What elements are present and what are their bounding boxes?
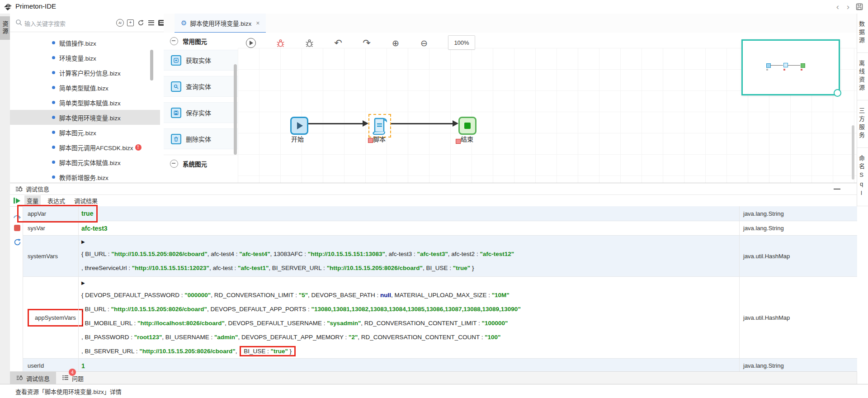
debug-tab[interactable]: 调试结果 — [72, 195, 100, 206]
tree-scrollbar[interactable] — [150, 50, 153, 81]
redo-icon[interactable]: ↷ — [361, 37, 373, 49]
right-strip-item[interactable]: 数据源 — [857, 14, 868, 53]
app-title: Primeton-IDE — [15, 2, 56, 10]
debug-tab[interactable]: 变量 — [24, 195, 41, 206]
palette-section-system[interactable]: 系统图元 — [164, 155, 238, 172]
variable-row[interactable]: appSystemVars▶{ DEVOPS_DEFAULT_PASSWORD … — [23, 277, 857, 359]
zoom-in-icon[interactable]: ⊕ — [390, 37, 401, 49]
end-node[interactable] — [458, 117, 476, 135]
tree-item[interactable]: 脚本图元实体赋值.bizx — [10, 155, 160, 170]
start-node-label: 开始 — [291, 134, 304, 143]
variable-value-line: { DEVOPS_DEFAULT_PASSWORD : "000000", RD… — [81, 288, 739, 302]
breakpoint-marker[interactable] — [368, 138, 373, 143]
minimize-icon[interactable] — [834, 189, 840, 190]
debug-panel-title: 调试信息 — [26, 185, 49, 193]
variables-table: appVartruejava.lang.StringsysVarafc-test… — [23, 206, 857, 371]
right-strip-item[interactable]: 三方服务 — [857, 100, 868, 148]
resources-strip-tab[interactable]: 资源 — [0, 16, 10, 40]
bottom-tab-debug-info[interactable]: 调试信息 — [10, 372, 56, 385]
canvas-scrollbar[interactable] — [852, 125, 854, 180]
stop-icon[interactable] — [14, 225, 20, 231]
file-bullet-icon — [52, 86, 55, 89]
tree-item[interactable]: 教师新增服务.bizx — [10, 170, 160, 183]
palette-item[interactable]: 保存实体 — [164, 102, 238, 123]
start-node[interactable] — [290, 117, 308, 135]
variable-value-line: , threeServiceUrl : "http://10.15.15.151… — [81, 261, 739, 275]
edge-arrowhead — [453, 120, 458, 127]
status-text: 查看资源「脚本使用环境变量.bizx」详情 — [15, 387, 122, 396]
nav-forward-icon[interactable]: › — [844, 2, 853, 12]
expander-icon[interactable]: ▶ — [81, 237, 739, 247]
variable-row[interactable]: userId1java.lang.String — [23, 359, 857, 371]
palette-item[interactable]: 获取实体 — [164, 50, 238, 71]
tree-item[interactable]: 简单类型脚本赋值.bizx — [10, 95, 160, 110]
edge-script-end — [391, 123, 454, 124]
palette-item[interactable]: 查询实体 — [164, 76, 238, 97]
resource-tree: 赋值操作.bizx环境变量.bizx计算客户积分信息.bizx简单类型赋值.bi… — [10, 32, 160, 183]
zoom-level-display[interactable]: 100% — [448, 35, 475, 50]
expander-icon[interactable]: ▶ — [81, 278, 739, 288]
resume-icon[interactable] — [14, 197, 21, 204]
tab-close-icon[interactable]: × — [256, 19, 259, 27]
variable-value: true — [81, 210, 93, 217]
annotation-box-biuse: BI_USE : "true" } — [240, 346, 296, 356]
palette-item[interactable]: 删除实体 — [164, 128, 238, 149]
variable-row[interactable]: appVartruejava.lang.String — [23, 206, 857, 221]
right-strip-item[interactable]: 离线资源 — [857, 53, 868, 100]
tree-item-label: 脚本使用环境变量.bizx — [59, 113, 121, 122]
flow-canvas[interactable]: ↶ ↷ ⊕ ⊖ 100% 开始 脚本 结束 — [238, 33, 857, 183]
variable-value-line: , BI_MOBILE_URL : "http://localhost:8026… — [81, 316, 739, 330]
tree-item[interactable]: 脚本使用环境变量.bizx — [10, 110, 160, 125]
variable-type: java.util.HashMap — [743, 253, 790, 260]
tree-item[interactable] — [10, 32, 160, 35]
debug-panel: 调试信息 变量表达式调试结果 appVartruejava.lang.Strin… — [10, 183, 857, 384]
tree-item[interactable]: 环境变量.bizx — [10, 50, 160, 65]
script-icon — [372, 116, 388, 135]
tree-item[interactable]: 赋值操作.bizx — [10, 35, 160, 50]
minimap-edge — [770, 65, 783, 66]
palette-item-label: 查询实体 — [186, 82, 211, 91]
variable-row[interactable]: systemVars▶{ BI_URL : "http://10.15.15.2… — [23, 236, 857, 277]
bug-icon[interactable] — [303, 37, 315, 49]
refresh-icon[interactable] — [137, 19, 145, 27]
new-resource-icon[interactable]: + — [126, 19, 135, 27]
zoom-out-icon[interactable]: ⊖ — [418, 37, 430, 49]
tree-item-label: 简单类型赋值.bizx — [59, 83, 108, 92]
bottom-tab-problems[interactable]: 问题4 — [56, 372, 90, 385]
collapse-icon[interactable] — [170, 160, 178, 168]
debug-tab[interactable]: 表达式 — [45, 195, 67, 206]
tab-script-env-vars[interactable]: ⚙ 脚本使用环境变量.bizx × — [175, 14, 266, 33]
file-bullet-icon — [52, 175, 55, 179]
minimap[interactable] — [741, 39, 840, 95]
minimap-breakpoint-mark — [783, 69, 785, 71]
nav-back-icon[interactable]: ‹ — [833, 2, 842, 12]
palette-scrollbar[interactable] — [234, 64, 237, 155]
save-icon[interactable] — [856, 3, 863, 10]
search-input[interactable]: 输入关键字搜索 — [24, 19, 66, 28]
variable-row[interactable]: sysVarafc-test3java.lang.String — [23, 221, 857, 236]
tree-item[interactable]: 计算客户积分信息.bizx — [10, 65, 160, 80]
sort-list-icon[interactable] — [147, 19, 156, 27]
app-logo-icon — [4, 2, 13, 11]
palette-section-common[interactable]: 常用图元 — [164, 33, 238, 50]
tree-item[interactable]: 脚本图元.bizx — [10, 125, 160, 140]
undo-icon[interactable]: ↶ — [332, 37, 344, 49]
right-strip-item[interactable]: 命名Sql — [857, 148, 868, 206]
save-entity-icon — [171, 108, 181, 118]
tree-item[interactable]: 脚本图元调用AFCSDK.bizx! — [10, 140, 160, 155]
minimap-resize-handle[interactable] — [834, 89, 841, 97]
debug-run-icon[interactable] — [245, 37, 257, 49]
tree-item[interactable]: 简单类型赋值.bizx — [10, 80, 160, 95]
search-bar[interactable]: 输入关键字搜索 AI + — [10, 14, 164, 32]
minimap-label-mark — [766, 69, 768, 71]
rerun-icon[interactable] — [13, 237, 22, 246]
collapse-icon[interactable] — [170, 37, 178, 45]
ai-assist-icon[interactable]: AI — [116, 19, 124, 27]
delete-entity-icon — [171, 134, 181, 144]
breakpoint-marker[interactable] — [456, 139, 461, 144]
tree-item-label: 环境变量.bizx — [59, 53, 96, 62]
bug-active-icon[interactable] — [274, 37, 286, 49]
bottom-tab-label: 调试信息 — [26, 374, 50, 383]
variable-value-line: , BI_URL : "http://10.15.15.205:8026/cbo… — [81, 302, 739, 316]
step-over-icon[interactable] — [13, 212, 22, 221]
